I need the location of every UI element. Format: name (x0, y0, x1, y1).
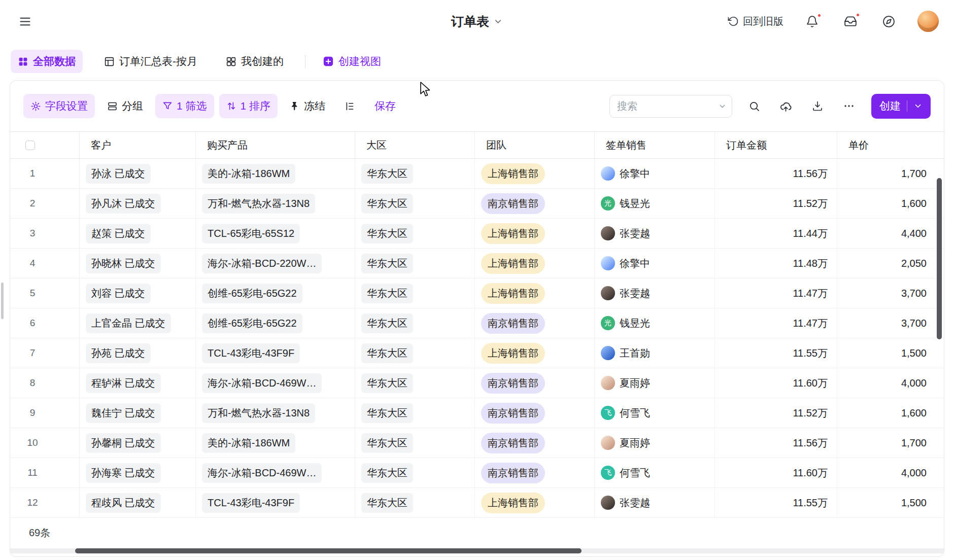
cell-team[interactable]: 南京销售部 (475, 189, 595, 218)
cell-price[interactable]: 4,400 (837, 219, 944, 248)
cell-sales[interactable]: 光钱昱光 (595, 189, 715, 218)
row-number-cell[interactable]: 8 (10, 368, 80, 398)
row-number-cell[interactable]: 9 (10, 398, 80, 428)
cell-sales[interactable]: 张雯越 (595, 278, 715, 308)
cell-customer[interactable]: 魏佳宁 已成交 (80, 398, 196, 428)
cell-amount[interactable]: 11.55万 (715, 338, 837, 368)
cell-product[interactable]: 万和-燃气热水器-13N8 (196, 189, 355, 218)
cell-amount[interactable]: 11.52万 (715, 189, 837, 218)
cell-team[interactable]: 南京销售部 (475, 308, 595, 338)
cell-price[interactable]: 1,700 (837, 159, 944, 188)
create-record-button[interactable]: 创建 (871, 94, 931, 119)
cell-team[interactable]: 南京销售部 (475, 398, 595, 428)
cell-region[interactable]: 华东大区 (355, 458, 475, 487)
cell-region[interactable]: 华东大区 (355, 398, 475, 428)
cell-customer[interactable]: 赵策 已成交 (80, 219, 196, 248)
column-header-team[interactable]: 团队 (475, 132, 595, 158)
view-tab-all-data[interactable]: 全部数据 (11, 50, 83, 73)
cell-price[interactable]: 1,700 (837, 428, 944, 458)
cell-customer[interactable]: 孙苑 已成交 (80, 338, 196, 368)
more-options-button[interactable] (840, 97, 858, 115)
cell-product[interactable]: 美的-冰箱-186WM (196, 159, 355, 188)
row-height-button[interactable] (337, 96, 362, 117)
cell-region[interactable]: 华东大区 (355, 338, 475, 368)
column-header-product[interactable]: 购买产品 (196, 132, 355, 158)
cell-product[interactable]: 海尔-冰箱-BCD-469W… (196, 368, 355, 398)
cell-customer[interactable]: 上官金晶 已成交 (80, 308, 196, 338)
cell-customer[interactable]: 孙凡沐 已成交 (80, 189, 196, 218)
explore-button[interactable] (879, 12, 898, 31)
column-header-price[interactable]: 单价 (837, 132, 944, 158)
search-field-chevron-icon[interactable] (718, 102, 727, 111)
row-number-cell[interactable]: 11 (10, 458, 80, 487)
search-button[interactable] (745, 97, 763, 115)
search-box[interactable] (609, 95, 732, 118)
cell-team[interactable]: 上海销售部 (475, 488, 595, 517)
row-number-cell[interactable]: 1 (10, 159, 80, 188)
cell-region[interactable]: 华东大区 (355, 488, 475, 517)
cell-customer[interactable]: 孙泳 已成交 (80, 159, 196, 188)
cell-region[interactable]: 华东大区 (355, 308, 475, 338)
column-header-amount[interactable]: 订单金额 (715, 132, 837, 158)
sort-button[interactable]: 1 排序 (219, 94, 278, 118)
create-view-button[interactable]: 创建视图 (320, 50, 384, 73)
cell-amount[interactable]: 11.55万 (715, 488, 837, 517)
cell-amount[interactable]: 11.47万 (715, 278, 837, 308)
cell-sales[interactable]: 飞何雪飞 (595, 398, 715, 428)
hamburger-menu-button[interactable] (15, 12, 35, 31)
cell-price[interactable]: 3,700 (837, 308, 944, 338)
cell-sales[interactable]: 徐擎中 (595, 249, 715, 278)
field-settings-button[interactable]: 字段设置 (23, 94, 95, 118)
back-to-old-version-button[interactable]: 回到旧版 (728, 15, 783, 28)
row-number-cell[interactable]: 10 (10, 428, 80, 458)
upload-button[interactable] (776, 97, 795, 116)
cell-price[interactable]: 1,600 (837, 398, 944, 428)
cell-customer[interactable]: 孙海寒 已成交 (80, 458, 196, 487)
cell-sales[interactable]: 张雯越 (595, 219, 715, 248)
group-button[interactable]: 分组 (100, 94, 150, 118)
cell-region[interactable]: 华东大区 (355, 368, 475, 398)
cell-product[interactable]: 海尔-冰箱-BCD-220W… (196, 249, 355, 278)
cell-team[interactable]: 南京销售部 (475, 368, 595, 398)
cell-amount[interactable]: 11.47万 (715, 308, 837, 338)
freeze-button[interactable]: 冻结 (283, 94, 332, 118)
select-all-checkbox[interactable] (25, 141, 35, 150)
save-button[interactable]: 保存 (367, 94, 403, 118)
cell-product[interactable]: 美的-冰箱-186WM (196, 428, 355, 458)
cell-price[interactable]: 4,000 (837, 458, 944, 487)
cell-price[interactable]: 4,000 (837, 368, 944, 398)
row-number-cell[interactable]: 6 (10, 308, 80, 338)
cell-price[interactable]: 1,500 (837, 338, 944, 368)
cell-region[interactable]: 华东大区 (355, 159, 475, 188)
cell-team[interactable]: 上海销售部 (475, 249, 595, 278)
cell-sales[interactable]: 飞何雪飞 (595, 458, 715, 487)
download-button[interactable] (808, 97, 827, 115)
cell-team[interactable]: 南京销售部 (475, 458, 595, 487)
cell-customer[interactable]: 程歧风 已成交 (80, 488, 196, 517)
row-number-cell[interactable]: 5 (10, 278, 80, 308)
view-tab-monthly-summary[interactable]: 订单汇总表-按月 (97, 50, 205, 73)
cell-product[interactable]: 万和-燃气热水器-13N8 (196, 398, 355, 428)
page-scrollbar[interactable] (1, 283, 4, 319)
page-title-group[interactable]: 订单表 (451, 13, 503, 30)
cell-product[interactable]: 海尔-冰箱-BCD-469W… (196, 458, 355, 487)
cell-amount[interactable]: 11.56万 (715, 428, 837, 458)
cell-team[interactable]: 上海销售部 (475, 278, 595, 308)
row-number-cell[interactable]: 7 (10, 338, 80, 368)
cell-price[interactable]: 2,050 (837, 249, 944, 278)
cell-customer[interactable]: 刘容 已成交 (80, 278, 196, 308)
cell-product[interactable]: TCL-43彩电-43F9F (196, 488, 355, 517)
notifications-button[interactable] (803, 12, 822, 31)
row-number-cell[interactable]: 3 (10, 219, 80, 248)
cell-amount[interactable]: 11.56万 (715, 159, 837, 188)
cell-price[interactable]: 3,700 (837, 278, 944, 308)
cell-customer[interactable]: 程轳淋 已成交 (80, 368, 196, 398)
cell-sales[interactable]: 夏雨婷 (595, 428, 715, 458)
cell-sales[interactable]: 徐擎中 (595, 159, 715, 188)
cell-amount[interactable]: 11.60万 (715, 458, 837, 487)
cell-sales[interactable]: 夏雨婷 (595, 368, 715, 398)
cell-amount[interactable]: 11.48万 (715, 249, 837, 278)
cell-amount[interactable]: 11.60万 (715, 368, 837, 398)
cell-team[interactable]: 上海销售部 (475, 159, 595, 188)
cell-region[interactable]: 华东大区 (355, 249, 475, 278)
